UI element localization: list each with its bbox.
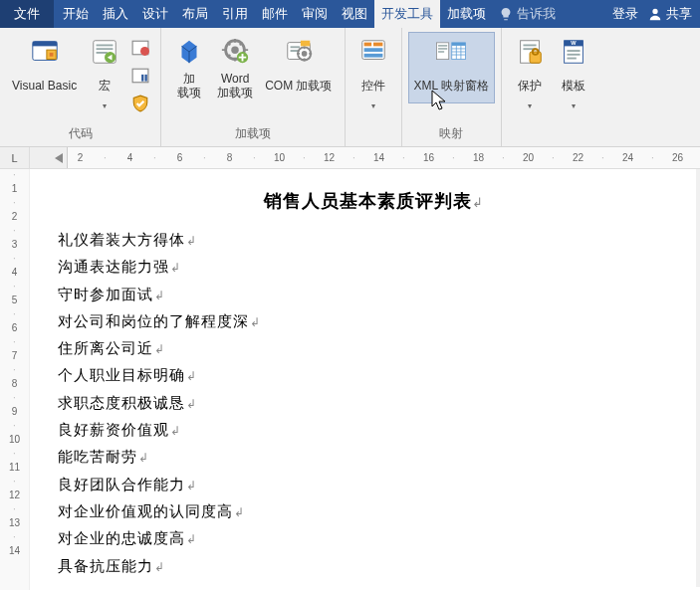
visual-basic-label: Visual Basic <box>12 72 77 99</box>
document-line[interactable]: 对企业的忠诚度高↲ <box>58 525 690 552</box>
ruler-tick: · <box>142 152 167 163</box>
ruler-tick: · <box>0 531 29 542</box>
tab-file[interactable]: 文件 <box>0 0 54 28</box>
ruler-tick: 18 <box>466 152 491 163</box>
tab-view[interactable]: 视图 <box>335 0 374 28</box>
tab-references[interactable]: 引用 <box>215 0 255 28</box>
addins-button[interactable]: 加 载项 <box>167 32 211 104</box>
protect-button[interactable]: 保护 ▾ <box>508 32 552 115</box>
document-line[interactable]: 住所离公司近↲ <box>58 335 690 362</box>
group-mapping: XML 映射窗格 映射 <box>402 28 503 146</box>
ruler-tick: 9 <box>0 406 29 417</box>
ruler-tick: · <box>0 420 29 431</box>
document-line[interactable]: 个人职业目标明确↲ <box>58 362 690 389</box>
svg-rect-7 <box>97 48 114 50</box>
xml-mapping-label: XML 映射窗格 <box>414 72 490 99</box>
ruler-tick: 4 <box>0 267 29 278</box>
paragraph-mark-icon: ↲ <box>186 397 197 411</box>
ruler-tick: 1 <box>0 183 29 194</box>
ruler-tick: · <box>590 152 615 163</box>
svg-rect-23 <box>301 41 310 47</box>
svg-rect-41 <box>524 45 537 47</box>
tab-layout[interactable]: 布局 <box>175 0 215 28</box>
paragraph-mark-icon: ↲ <box>472 195 484 210</box>
share-button[interactable]: 共享 <box>648 5 692 23</box>
document-line-text: 沟通表达能力强 <box>58 259 169 275</box>
tab-design[interactable]: 设计 <box>135 0 175 28</box>
ruler-tick: · <box>0 503 29 514</box>
share-icon <box>648 7 662 21</box>
document-title-text: 销售人员基本素质评判表 <box>264 191 472 211</box>
document-line[interactable]: 对公司和岗位的了解程度深↲ <box>58 308 690 335</box>
document-line-text: 良好薪资价值观 <box>58 422 169 438</box>
ruler-horizontal[interactable]: L 2·4·6·8·10·12·14·16·18·20·22·24·26·28·… <box>0 147 700 169</box>
ruler-tick: · <box>0 392 29 403</box>
svg-rect-19 <box>290 46 299 48</box>
document-line[interactable]: 沟通表达能力强↲ <box>58 254 690 281</box>
svg-point-0 <box>652 9 657 14</box>
visual-basic-icon <box>29 36 61 68</box>
document-page[interactable]: 销售人员基本素质评判表↲ 礼仪着装大方得体↲沟通表达能力强↲守时参加面试↲对公司… <box>30 169 700 590</box>
document-line-text: 对企业价值观的认同度高 <box>58 503 233 519</box>
login-link[interactable]: 登录 <box>612 5 638 23</box>
document-line[interactable]: 良好团队合作能力↲ <box>58 472 690 498</box>
ruler-tick: 16 <box>416 152 441 163</box>
svg-text:W: W <box>571 40 577 46</box>
document-line[interactable]: 对企业价值观的认同度高↲ <box>58 498 690 525</box>
tab-insert[interactable]: 插入 <box>96 0 135 28</box>
tab-developer[interactable]: 开发工具 <box>374 0 440 28</box>
word-addins-button[interactable]: Word 加载项 <box>211 32 259 104</box>
xml-mapping-button[interactable]: XML 映射窗格 <box>408 32 496 103</box>
svg-rect-2 <box>32 42 56 47</box>
protect-icon <box>514 36 546 68</box>
document-line[interactable]: 礼仪着装大方得体↲ <box>58 227 690 254</box>
paragraph-mark-icon: ↲ <box>186 532 197 546</box>
paragraph-mark-icon: ↲ <box>186 479 197 492</box>
ruler-tick: · <box>192 152 217 163</box>
document-line[interactable]: 守时参加面试↲ <box>58 282 690 308</box>
ruler-tick: · <box>0 308 29 319</box>
document-line-text: 住所离公司近 <box>58 340 153 356</box>
indent-marker-icon[interactable] <box>55 151 65 165</box>
visual-basic-button[interactable]: Visual Basic <box>6 32 83 103</box>
tab-mailings[interactable]: 邮件 <box>255 0 295 28</box>
group-code-label: 代码 <box>6 123 154 146</box>
tab-addins[interactable]: 加载项 <box>440 0 493 28</box>
document-line[interactable]: 具备抗压能力↲ <box>58 553 690 580</box>
document-line-text: 求职态度积极诚恳 <box>58 395 185 411</box>
macro-security-button[interactable] <box>126 92 154 115</box>
document-line-text: 对企业的忠诚度高 <box>58 530 185 546</box>
template-button[interactable]: W 模板 ▾ <box>552 32 595 115</box>
svg-point-16 <box>231 46 239 54</box>
document-line-text: 具备抗压能力 <box>58 558 153 574</box>
xml-mapping-icon <box>435 36 467 68</box>
vertical-scrollbar[interactable] <box>696 169 700 587</box>
ruler-tick: 26 <box>665 152 690 163</box>
controls-label: 控件 <box>361 72 385 99</box>
document-line[interactable]: 能吃苦耐劳↲ <box>58 444 690 471</box>
lightbulb-icon <box>499 7 513 21</box>
controls-button[interactable]: 控件 ▾ <box>351 32 395 115</box>
ruler-tick: · <box>0 225 29 236</box>
ruler-tick: · <box>0 169 29 180</box>
com-addins-icon <box>283 36 315 68</box>
group-protect-label <box>508 140 595 146</box>
tellme-search[interactable]: 告诉我 <box>493 5 562 23</box>
document-line[interactable]: 良好薪资价值观↲ <box>58 417 690 444</box>
record-macro-button[interactable] <box>126 36 154 60</box>
svg-rect-13 <box>141 75 143 82</box>
ruler-tick: 24 <box>615 152 640 163</box>
com-addins-button[interactable]: COM 加载项 <box>259 32 338 103</box>
pause-macro-button[interactable] <box>126 64 154 88</box>
document-line[interactable]: 求职态度积极诚恳↲ <box>58 390 690 417</box>
chevron-down-icon: ▾ <box>371 101 375 111</box>
group-controls: 控件 ▾ <box>346 28 402 146</box>
tab-review[interactable]: 审阅 <box>295 0 335 28</box>
tab-home[interactable]: 开始 <box>56 0 96 28</box>
document-line-text: 个人职业目标明确 <box>58 367 185 383</box>
svg-rect-49 <box>568 54 581 56</box>
ruler-vertical[interactable]: ·1·2·3·4·5·6·7·8·9·10·11·12·13·14 <box>0 169 30 590</box>
macro-button[interactable]: 宏 ▾ <box>83 32 126 115</box>
paragraph-mark-icon: ↲ <box>170 424 181 438</box>
ruler-tick: 12 <box>317 152 342 163</box>
